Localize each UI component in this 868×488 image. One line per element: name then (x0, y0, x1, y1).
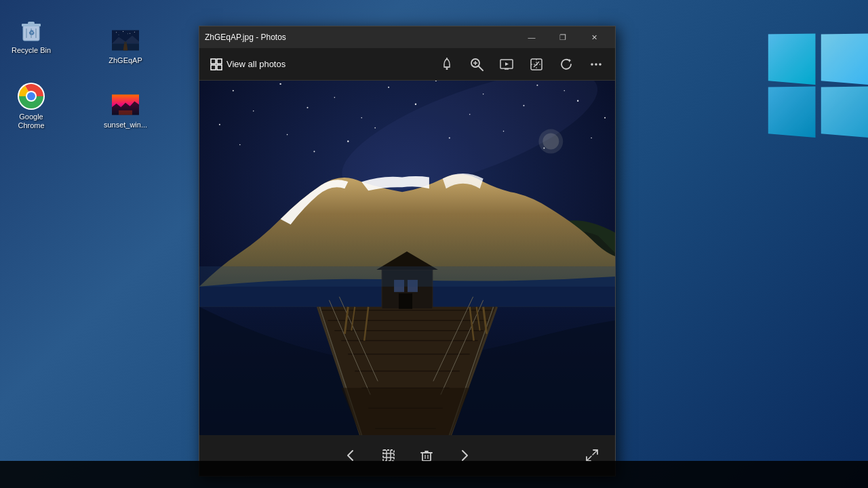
svg-text:♻: ♻ (28, 29, 35, 37)
svg-point-48 (233, 90, 234, 92)
svg-rect-97 (399, 293, 412, 309)
svg-point-49 (279, 83, 281, 85)
desktop: ♻ Recycle Bin (0, 0, 868, 488)
bell-button[interactable] (433, 51, 460, 78)
enhance-icon (530, 58, 543, 71)
desktop-icon-recycle-bin[interactable]: ♻ Recycle Bin (4, 14, 58, 58)
slideshow-icon (500, 58, 513, 71)
svg-point-67 (287, 134, 288, 136)
svg-rect-28 (217, 65, 222, 70)
view-all-label: View all photos (226, 59, 285, 69)
view-all-photos-button[interactable]: View all photos (205, 54, 291, 75)
desktop-icon-zhgeqap[interactable]: ZhGEqAP (98, 24, 153, 68)
svg-point-69 (591, 138, 592, 139)
svg-point-10 (130, 33, 130, 33)
svg-point-44 (591, 63, 593, 66)
svg-rect-25 (211, 59, 216, 64)
close-button[interactable]: ✕ (578, 26, 610, 48)
rotate-icon (559, 58, 573, 71)
recycle-bin-label: Recycle Bin (12, 46, 51, 55)
zoom-icon (470, 58, 484, 71)
bell-icon (440, 58, 454, 71)
svg-point-9 (123, 30, 123, 31)
svg-point-64 (604, 117, 606, 119)
chrome-label: Google Chrome (7, 113, 56, 130)
svg-rect-112 (422, 453, 431, 461)
windows-logo-decoration (766, 34, 868, 237)
svg-point-46 (599, 63, 601, 66)
svg-marker-37 (505, 62, 509, 66)
svg-point-71 (239, 144, 241, 146)
svg-point-56 (253, 110, 254, 112)
svg-rect-17 (124, 41, 127, 43)
svg-marker-43 (569, 59, 571, 62)
svg-point-57 (307, 107, 308, 108)
window-controls: — ❐ ✕ (516, 26, 610, 48)
svg-line-33 (479, 66, 483, 70)
svg-point-72 (313, 151, 315, 152)
svg-point-13 (127, 33, 128, 34)
svg-point-45 (595, 63, 597, 66)
svg-point-58 (361, 117, 362, 119)
taskbar[interactable] (0, 461, 868, 488)
svg-point-59 (415, 104, 416, 105)
svg-rect-107 (383, 450, 394, 461)
toolbar: View all photos (199, 48, 615, 81)
zhgeqap-label: ZhGEqAP (108, 56, 142, 65)
svg-rect-26 (217, 59, 222, 64)
photos-window: ZhGEqAP.jpg - Photos — ❐ ✕ View all phot… (199, 26, 616, 476)
zoom-button[interactable] (463, 51, 490, 78)
enhance-button[interactable] (523, 51, 550, 78)
photo-display-area (199, 81, 615, 435)
svg-rect-2 (28, 22, 35, 24)
svg-rect-27 (211, 65, 216, 70)
svg-point-63 (219, 124, 220, 125)
grid-icon (210, 58, 222, 70)
svg-point-68 (347, 140, 349, 142)
sunset-thumbnail (112, 91, 139, 118)
svg-point-51 (388, 87, 389, 88)
svg-point-105 (542, 134, 559, 150)
svg-point-73 (374, 127, 376, 129)
svg-rect-106 (199, 266, 615, 287)
svg-point-11 (134, 31, 135, 32)
desktop-icon-chrome[interactable]: Google Chrome (4, 80, 58, 133)
desktop-icon-sunset[interactable]: sunset_win... (98, 88, 153, 132)
sunset-label: sunset_win... (104, 121, 147, 129)
title-bar: ZhGEqAP.jpg - Photos — ❐ ✕ (199, 26, 615, 48)
svg-point-21 (27, 92, 35, 100)
window-title: ZhGEqAP.jpg - Photos (205, 33, 516, 42)
recycle-bin-icon: ♻ (18, 16, 45, 43)
zhgeqap-thumbnail (112, 26, 139, 54)
slideshow-button[interactable] (493, 51, 520, 78)
svg-line-118 (587, 456, 591, 461)
more-icon (589, 58, 603, 71)
svg-line-117 (593, 450, 597, 455)
svg-point-30 (446, 68, 448, 70)
minimize-button[interactable]: — (516, 26, 547, 48)
svg-point-12 (119, 34, 119, 35)
maximize-button[interactable]: ❐ (547, 26, 578, 48)
svg-point-8 (116, 32, 117, 33)
more-button[interactable] (583, 51, 610, 78)
rotate-button[interactable] (553, 51, 580, 78)
svg-point-50 (334, 97, 336, 98)
chrome-icon (18, 83, 45, 110)
svg-rect-24 (119, 110, 132, 115)
